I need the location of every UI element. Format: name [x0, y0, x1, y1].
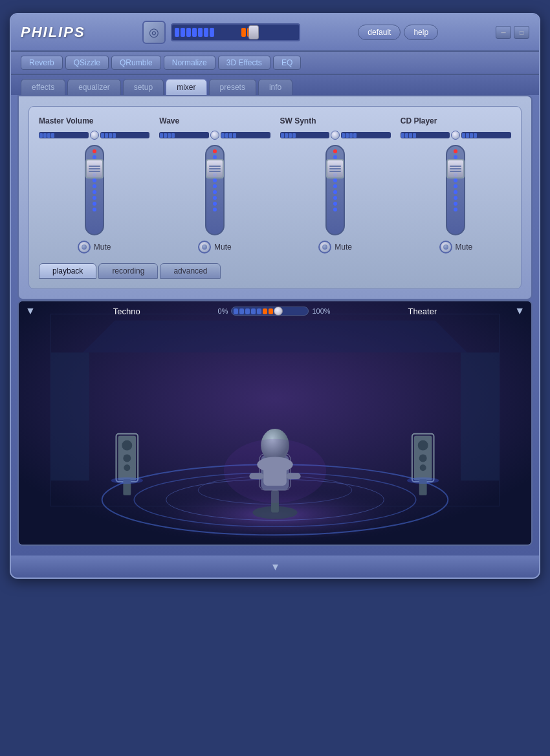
mseg: [164, 133, 167, 138]
master-mute-button[interactable]: [78, 241, 91, 254]
mute-btn-inner: [82, 244, 87, 250]
3deffects-button[interactable]: 3D Effects: [218, 56, 270, 70]
svg-point-14: [111, 477, 144, 484]
app-container: PHILIPS ◎ default help ─ □: [10, 13, 540, 579]
wave-knob[interactable]: [210, 131, 219, 140]
mseg: [349, 133, 353, 138]
handle-line: [209, 171, 221, 172]
svg-point-17: [418, 440, 428, 451]
mseg: [229, 133, 232, 138]
eq-button[interactable]: EQ: [273, 56, 301, 70]
viz-arrow-left[interactable]: ▼: [25, 305, 36, 317]
vol-seg-7: [210, 28, 214, 37]
wave-mini-bar-left: [159, 132, 209, 138]
help-button[interactable]: help: [404, 25, 438, 40]
master-fader-handle[interactable]: [85, 159, 104, 178]
sw-synth-knob[interactable]: [331, 131, 340, 140]
tab-equalizer[interactable]: equalizer: [67, 79, 121, 95]
mixer-channels: Master Volume: [39, 116, 511, 254]
handle-line: [209, 168, 221, 169]
viz-panel: ▼ Techno 0% 100% Theater ▼: [17, 300, 533, 546]
master-knob-row: [39, 131, 149, 140]
qsizzle-button[interactable]: QSizzle: [65, 56, 109, 70]
sw-synth-mini-bar-left: [280, 132, 330, 138]
sw-synth-fader-dot-10: [333, 208, 337, 211]
cd-player-mute-row: Mute: [439, 241, 473, 254]
mseg: [39, 133, 43, 138]
vol-seg-orange-1: [241, 28, 246, 37]
tab-presets[interactable]: presets: [209, 79, 256, 95]
viz-scene: [19, 301, 531, 545]
mseg: [401, 133, 404, 138]
wave-fader-handle[interactable]: [206, 159, 224, 178]
cd-player-fader-dot-10: [454, 208, 457, 211]
cd-player-fader-handle[interactable]: [446, 159, 465, 178]
viz-seg-orange-2: [269, 308, 273, 314]
viz-seg-1: [234, 308, 238, 314]
handle-line: [329, 171, 341, 172]
tab-info[interactable]: info: [258, 79, 292, 95]
minimize-button[interactable]: ─: [496, 26, 511, 39]
cd-player-fader-dot-5: [454, 178, 457, 182]
main-panel: Master Volume: [17, 95, 533, 300]
footer-collapse-arrow[interactable]: ▾: [272, 559, 278, 574]
sw-synth-mute-button[interactable]: [318, 241, 331, 254]
wave-fader-dot-6: [213, 184, 217, 188]
sw-synth-fader-track: [325, 145, 345, 235]
wave-fader-dot-10: [213, 208, 217, 211]
viz-knob[interactable]: [274, 307, 283, 316]
cd-player-mute-label: Mute: [456, 243, 473, 252]
sub-tabs-row: playback recording advanced: [39, 263, 511, 279]
handle-line: [209, 166, 221, 167]
svg-point-10: [122, 440, 132, 451]
sw-synth-fader-handle[interactable]: [326, 159, 344, 178]
master-fader-dot-red: [93, 149, 96, 153]
viz-seg-orange-1: [263, 308, 267, 314]
wave-fader-dot-7: [213, 190, 217, 194]
master-volume-bar[interactable]: [171, 23, 300, 41]
sub-tab-advanced[interactable]: advanced: [160, 263, 221, 279]
cd-player-fader-dot-7: [454, 190, 457, 194]
svg-rect-33: [51, 352, 89, 481]
channel-cd-player: CD Player: [401, 116, 511, 254]
tab-effects[interactable]: effects: [21, 79, 65, 95]
vol-seg-6: [204, 28, 208, 37]
header-center: ◎: [142, 21, 300, 44]
sw-synth-fader-dot-8: [333, 196, 337, 200]
cd-player-mini-bar-right: [461, 132, 511, 138]
sub-tab-playback[interactable]: playback: [39, 263, 96, 279]
mute-btn-inner: [202, 244, 207, 250]
qrumble-button[interactable]: QRumble: [111, 56, 161, 70]
master-knob[interactable]: [90, 131, 99, 140]
wave-mute-button[interactable]: [198, 241, 211, 254]
sw-synth-fader-dot-5: [333, 178, 337, 182]
viz-seg-3: [245, 308, 250, 314]
preset-row: Reverb QSizzle QRumble Normalize 3D Effe…: [11, 52, 539, 75]
viz-slider[interactable]: [231, 307, 309, 316]
cd-player-knob[interactable]: [451, 131, 460, 140]
normalize-button[interactable]: Normalize: [164, 56, 215, 70]
viz-arrow-right[interactable]: ▼: [514, 305, 525, 317]
vol-seg-3: [186, 28, 191, 37]
master-fader-dot-9: [93, 202, 96, 206]
logo-icon: ◎: [142, 21, 166, 44]
mseg: [474, 133, 477, 138]
default-button[interactable]: default: [358, 25, 401, 40]
wave-mute-row: Mute: [198, 241, 232, 254]
channel-wave-label: Wave: [159, 116, 179, 125]
master-mute-label: Mute: [94, 243, 111, 252]
tab-mixer[interactable]: mixer: [166, 79, 206, 95]
reverb-button[interactable]: Reverb: [21, 56, 63, 70]
mseg: [289, 133, 292, 138]
handle-line: [450, 168, 461, 169]
sub-tab-recording[interactable]: recording: [98, 263, 158, 279]
maximize-button[interactable]: □: [514, 26, 529, 39]
cd-player-fader-dot-8: [454, 196, 457, 200]
cd-player-mute-button[interactable]: [439, 241, 452, 254]
mseg: [353, 133, 357, 138]
mseg: [466, 133, 469, 138]
tab-setup[interactable]: setup: [123, 79, 164, 95]
sw-synth-fader-dot-red: [333, 149, 337, 153]
channel-sw-synth: SW Synth: [280, 116, 391, 254]
volume-knob[interactable]: [248, 25, 259, 39]
